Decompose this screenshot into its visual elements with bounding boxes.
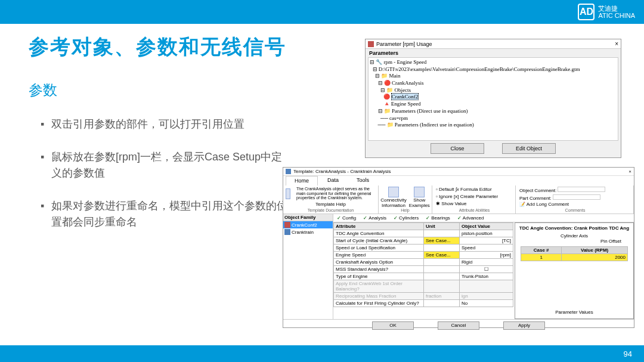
ok-button[interactable]: OK (372, 321, 414, 330)
brand-en: ATIC CHINA (598, 12, 635, 19)
slide-subtitle: 参数 (29, 81, 57, 100)
bullet-item: 鼠标放在参数[rpm]一栏，会显示Case Setup中定义的参数值 (41, 149, 291, 181)
brand-logo: AD 艾迪捷 ATIC CHINA (578, 4, 635, 20)
dialog-icon (368, 41, 374, 47)
bullet-item: 如果对参数进行重命名，模型中引用这个参数的位置都会同步重命名 (41, 198, 291, 230)
cylinder-axis-label: Cylinder Axis (561, 233, 588, 239)
parameters-header: Parameters (366, 49, 621, 57)
bullet-list: 双击引用参数的部件，可以打开引用位置 鼠标放在参数[rpm]一栏，会显示Case… (41, 116, 291, 247)
dialog-icon (286, 169, 291, 174)
tab-home[interactable]: Home (286, 176, 318, 185)
page-number: 94 (624, 349, 632, 358)
object-family-header: Object Family (283, 214, 333, 221)
tab-tools[interactable]: Tools (348, 176, 377, 185)
close-button[interactable]: Close (431, 143, 484, 154)
bottom-bar: 94 (0, 345, 644, 362)
menu-tabs: Home Data Tools (283, 176, 634, 185)
close-icon[interactable]: × (628, 169, 631, 174)
attribute-grid[interactable]: AttributeUnitObject Value TDC Angle Conv… (333, 222, 513, 319)
tab-advanced[interactable]: ✓Advanced (454, 214, 488, 222)
top-bar: AD 艾迪捷 ATIC CHINA (0, 0, 644, 24)
tab-config[interactable]: ✓Config (333, 214, 360, 222)
tab-cylinders[interactable]: ✓Cylinders (390, 214, 422, 222)
template-help-icon[interactable] (286, 188, 290, 199)
parameter-usage-dialog: Parameter [rpm] Usage × Parameters ⊟ 🔧 r… (365, 39, 621, 158)
object-item[interactable]: Cranktrain (283, 228, 333, 236)
close-icon[interactable]: × (615, 41, 618, 47)
filter-tabs: ✓Config ✓Analysis ✓Cylinders ✓Bearings ✓… (333, 214, 634, 222)
tdc-popup: TDC Angle Convention: Crank Position TDC… (515, 222, 634, 319)
dialog-title: Parameter [rpm] Usage (376, 41, 432, 47)
dialog-titlebar[interactable]: Parameter [rpm] Usage × (366, 39, 621, 49)
tab-bearings[interactable]: ✓Bearings (422, 214, 454, 222)
tab-data[interactable]: Data (319, 176, 347, 185)
pin-offset-label: Pin Offset (600, 239, 621, 244)
tab-analysis[interactable]: ✓Analysis (360, 214, 390, 222)
slide-title: 参考对象、参数和无线信号 (29, 33, 286, 61)
brand-cn: 艾迪捷 (598, 5, 635, 12)
cancel-button[interactable]: Cancel (438, 321, 479, 330)
case-table: Case #Value (RPM) 12000 (521, 246, 628, 261)
dialog2-title: Template: CrankAnalysis - Cranktrain Ana… (293, 169, 391, 174)
edit-object-button[interactable]: Edit Object (502, 143, 556, 154)
object-item-selected[interactable]: CrankConf2 (283, 221, 333, 228)
parameter-values-label: Parameter Values (555, 310, 593, 315)
template-description: The CrankAnalysis object serves as the m… (296, 187, 376, 200)
dialog2-titlebar[interactable]: Template: CrankAnalysis - Cranktrain Ana… (283, 168, 634, 176)
object-family-pane: Object Family CrankConf2 Cranktrain (283, 214, 333, 319)
apply-button[interactable]: Apply (503, 321, 545, 330)
bullet-item: 双击引用参数的部件，可以打开引用位置 (41, 116, 291, 132)
template-crankanalysis-dialog: Template: CrankAnalysis - Cranktrain Ana… (283, 167, 634, 328)
tree-selected: CrankConf2 (391, 93, 419, 100)
ribbon: The CrankAnalysis object serves as the m… (283, 185, 634, 214)
popup-header: TDC Angle Convention: Crank Position TDC… (519, 225, 629, 231)
tree-view[interactable]: ⊟ 🔧 rpm - Engine Speed ⊟ D:\GTI\v2023\ex… (368, 57, 618, 141)
template-help-label: Template Help (315, 202, 346, 207)
logo-icon: AD (578, 4, 595, 20)
